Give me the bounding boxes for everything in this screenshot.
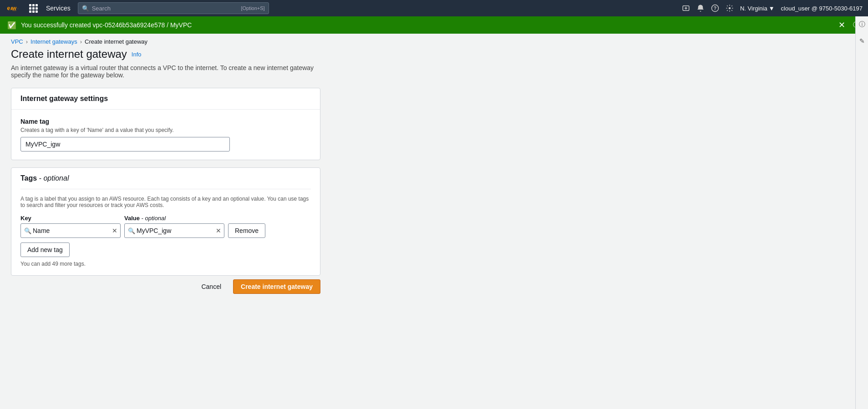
value-input[interactable]: [124, 223, 224, 238]
name-tag-input[interactable]: [20, 137, 230, 151]
value-input-wrap: 🔍 ✕: [124, 223, 224, 238]
aws-logo[interactable]: [5, 4, 20, 13]
help-icon[interactable]: ?: [711, 4, 719, 12]
tag-row: Key 🔍 ✕ Value - optional 🔍 ✕: [20, 215, 311, 238]
breadcrumb: VPC › Internet gateways › Create interne…: [0, 34, 868, 48]
key-input-wrap: 🔍 ✕: [20, 223, 121, 238]
settings-icon[interactable]: [726, 4, 734, 12]
key-input[interactable]: [20, 223, 121, 238]
name-tag-desc: Creates a tag with a key of 'Name' and a…: [20, 127, 311, 133]
page-description: An internet gateway is a virtual router …: [11, 64, 330, 79]
key-column: Key 🔍 ✕: [20, 215, 121, 238]
right-sidebar-info-icon[interactable]: ⓘ: [858, 20, 867, 29]
value-label: Value - optional: [124, 215, 224, 222]
value-search-icon: 🔍: [128, 227, 135, 234]
info-link[interactable]: Info: [132, 51, 142, 58]
nav-right: ? N. Virginia ▼ cloud_user @ 9750-5030-6…: [682, 4, 863, 12]
services-menu[interactable]: Services: [44, 5, 72, 12]
tags-card: Tags - optional A tag is a label that yo…: [11, 167, 320, 276]
action-bar: Cancel Create internet gateway: [11, 279, 320, 294]
settings-card-header: Internet gateway settings: [11, 88, 320, 110]
success-message: You successfully created vpc-05246b53a69…: [21, 21, 192, 29]
success-banner: ✅ You successfully created vpc-05246b53a…: [0, 16, 868, 34]
right-sidebar: ⓘ ✎: [855, 16, 868, 312]
tags-footnote: You can add 49 more tags.: [20, 261, 311, 267]
search-bar[interactable]: 🔍 [Option+S]: [78, 2, 269, 14]
svg-text:?: ?: [714, 5, 716, 11]
value-column: Value - optional 🔍 ✕: [124, 215, 224, 238]
page-title-area: Create internet gateway Info: [11, 48, 857, 61]
breadcrumb-vpc[interactable]: VPC: [11, 38, 23, 45]
remove-column: Remove: [228, 215, 265, 238]
tags-card-body: A tag is a label that you assign to an A…: [11, 189, 320, 275]
search-shortcut: [Option+S]: [241, 5, 264, 11]
value-clear-button[interactable]: ✕: [216, 227, 221, 234]
page-title: Create internet gateway: [11, 48, 127, 61]
bell-icon[interactable]: [696, 4, 705, 12]
region-selector[interactable]: N. Virginia ▼: [740, 5, 775, 12]
right-sidebar-expand-icon[interactable]: ✎: [858, 36, 867, 45]
breadcrumb-sep-1: ›: [26, 38, 28, 45]
tags-description: A tag is a label that you assign to an A…: [20, 189, 311, 208]
account-menu[interactable]: cloud_user @ 9750-5030-6197: [781, 5, 863, 12]
breadcrumb-sep-2: ›: [80, 38, 82, 45]
svg-point-3: [729, 7, 731, 10]
name-tag-label: Name tag: [20, 118, 311, 125]
top-navigation: Services 🔍 [Option+S] ? N. Virginia ▼ cl…: [0, 0, 868, 16]
search-input[interactable]: [92, 5, 239, 12]
cancel-button[interactable]: Cancel: [194, 279, 228, 294]
tags-card-header: Tags - optional: [11, 168, 320, 189]
key-search-icon: 🔍: [24, 227, 31, 234]
main-content: Create internet gateway Info An internet…: [0, 48, 868, 312]
check-icon: ✅: [7, 21, 16, 30]
remove-tag-button[interactable]: Remove: [228, 223, 265, 238]
banner-close-button[interactable]: ✕: [838, 21, 845, 29]
key-label: Key: [20, 215, 121, 222]
services-grid-icon[interactable]: [29, 4, 38, 13]
cloud9-icon[interactable]: [682, 4, 690, 12]
add-new-tag-button[interactable]: Add new tag: [20, 242, 70, 257]
create-internet-gateway-button[interactable]: Create internet gateway: [233, 279, 320, 294]
settings-card-body: Name tag Creates a tag with a key of 'Na…: [11, 110, 320, 160]
key-clear-button[interactable]: ✕: [112, 227, 117, 234]
internet-gateway-settings-card: Internet gateway settings Name tag Creat…: [11, 88, 320, 160]
breadcrumb-current: Create internet gateway: [85, 38, 147, 45]
breadcrumb-internet-gateways[interactable]: Internet gateways: [30, 38, 77, 45]
